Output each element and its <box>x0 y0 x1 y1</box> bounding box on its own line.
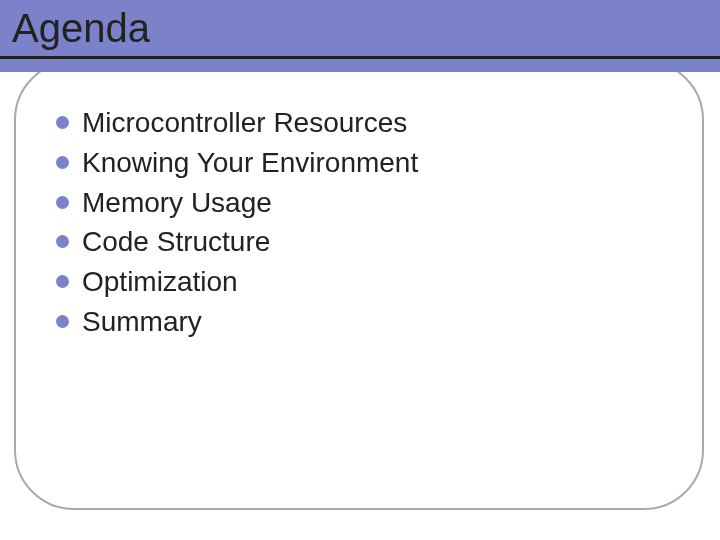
list-item: Code Structure <box>56 223 418 261</box>
list-item: Optimization <box>56 263 418 301</box>
frame-mask <box>0 59 720 72</box>
list-item: Knowing Your Environment <box>56 144 418 182</box>
bullet-list: Microcontroller Resources Knowing Your E… <box>56 104 418 343</box>
list-item: Summary <box>56 303 418 341</box>
slide-title: Agenda <box>12 6 150 51</box>
list-item: Memory Usage <box>56 184 418 222</box>
list-item: Microcontroller Resources <box>56 104 418 142</box>
title-underline <box>0 56 720 59</box>
